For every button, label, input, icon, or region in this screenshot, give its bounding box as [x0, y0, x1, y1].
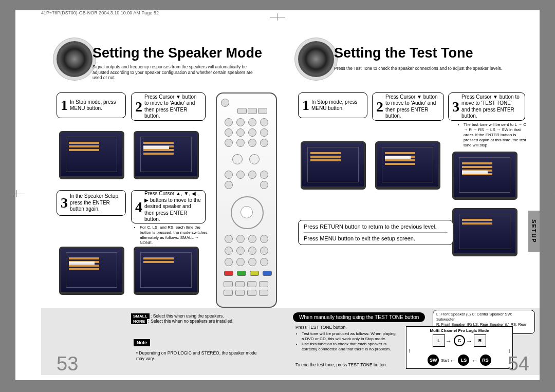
step-number: 3	[61, 196, 68, 210]
left-subtitle: Signal outputs and frequency responses f…	[92, 64, 262, 81]
tv-screenshot	[375, 141, 440, 190]
page-number-right: 54	[508, 353, 529, 375]
left-step-1: 1 In Stop mode, press MENU button.	[57, 92, 126, 118]
remote-control-illustration	[216, 92, 277, 308]
tv-screenshot	[59, 247, 124, 295]
left-step-3: 3 In the Speaker Setup, press the ENTER …	[57, 190, 126, 216]
step-text: In Stop mode, press MENU button.	[70, 99, 122, 112]
print-header: 41P~76P(DS700)-GB-NOR 2004.3.10 10:00 AM…	[41, 10, 159, 15]
right-title: Setting the Test Tone	[334, 45, 473, 61]
right-step-3: 3 Press Cursor ▼ button to move to 'TEST…	[448, 92, 525, 121]
right-subtitle: Press the Test Tone to check the speaker…	[334, 66, 519, 71]
step-number: 1	[302, 98, 309, 113]
dpad-icon	[231, 196, 264, 229]
tv-screenshot	[134, 131, 199, 179]
crop-mark-top	[270, 13, 285, 21]
right-step3-bullets: The test tone will be sent to L → C → R …	[457, 122, 527, 148]
left-title: Setting the Speaker Mode	[92, 45, 262, 61]
note-text: • Depending on PRO LOGIC and STEREO, the…	[136, 350, 265, 361]
left-step-4: 4 Press Cursor ▲, ▼, ◀ , ▶ buttons to mo…	[131, 190, 206, 223]
step-text: Press Cursor ▼ button to move to 'Audio'…	[385, 94, 440, 120]
page-number-left: 53	[57, 353, 78, 375]
press-testtone: Press TEST TONE button.	[295, 325, 398, 330]
step-number: 2	[376, 100, 383, 114]
step-text: In Stop mode, press MENU button.	[311, 99, 364, 112]
step-number: 1	[61, 98, 68, 113]
step-number: 3	[452, 100, 459, 114]
step-text: In the Speaker Setup, press the ENTER bu…	[70, 193, 122, 213]
right-step-2: 2 Press Cursor ▼ button to move to 'Audi…	[372, 92, 444, 121]
step-number: 2	[135, 100, 142, 114]
crop-mark-left	[9, 190, 25, 197]
step-text: Press Cursor ▼ button to move to 'TEST T…	[461, 94, 522, 120]
note-badge: Note	[134, 339, 150, 346]
tv-screenshot	[59, 131, 124, 179]
speaker-decor-icon	[298, 41, 334, 77]
return-instructions: Press RETURN button to return to the pre…	[298, 220, 453, 245]
step-text: Press Cursor ▼ button to move to 'Audio'…	[144, 94, 202, 120]
right-step-1: 1 In Stop mode, press MENU button.	[298, 92, 367, 118]
speaker-decor-icon	[57, 41, 92, 77]
tv-screenshot	[452, 208, 517, 256]
tv-screenshot	[134, 247, 199, 295]
step-number: 4	[135, 200, 142, 214]
end-testtone: To end the test tone, press TEST TONE bu…	[295, 362, 398, 368]
testtone-bullets: Test tone will be produced as follows: W…	[295, 331, 398, 352]
tv-screenshot	[301, 141, 366, 190]
testtone-heading-pill: When manually testing using the TEST TON…	[293, 312, 425, 322]
small-none-legend: SMALL : Select this when using the speak…	[131, 313, 234, 324]
tv-screenshot	[452, 152, 517, 200]
left-step-2: 2 Press Cursor ▼ button to move to 'Audi…	[131, 92, 206, 121]
step-text: Press Cursor ▲, ▼, ◀ , ▶ buttons to move…	[144, 191, 202, 223]
setup-tab: SETUP	[528, 211, 540, 252]
speaker-flow-diagram: Multi-Channel Pro Logic Mode L→ C→ R ↑ ↓…	[406, 326, 513, 369]
